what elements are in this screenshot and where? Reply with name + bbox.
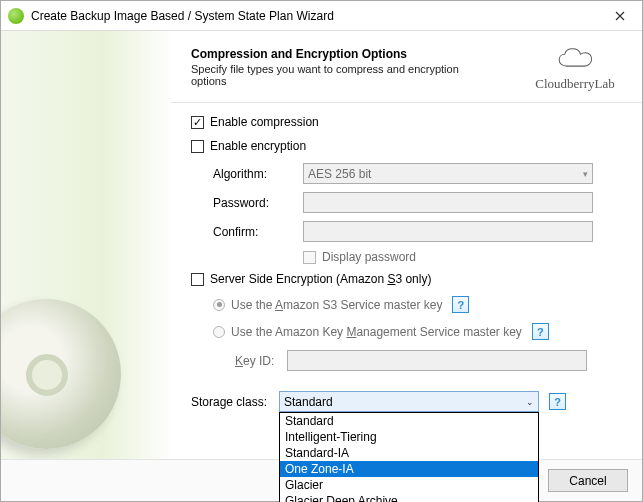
encryption-settings: Algorithm: AES 256 bit ▾ Password: Confi… <box>213 163 622 264</box>
sse-label: Server Side Encryption (Amazon S3 only) <box>210 272 431 286</box>
enable-compression-row[interactable]: Enable compression <box>191 115 622 129</box>
wizard-body: Compression and Encryption Options Speci… <box>1 31 642 459</box>
storage-class-dropdown[interactable]: StandardIntelligent-TieringStandard-IAOn… <box>279 412 539 502</box>
divider <box>171 102 642 103</box>
help-icon[interactable]: ? <box>452 296 469 313</box>
disc-graphic <box>1 299 121 449</box>
sse-radio-s3key-label: Use the Amazon S3 Service master key <box>231 298 442 312</box>
storage-class-label: Storage class: <box>191 395 279 409</box>
titlebar: Create Backup Image Based / System State… <box>1 1 642 31</box>
keyid-input <box>287 350 587 371</box>
storage-class-section: Storage class: Standard ⌄ StandardIntell… <box>191 381 622 412</box>
keyid-label: Key ID: <box>235 354 287 368</box>
algorithm-combo: AES 256 bit ▾ <box>303 163 593 184</box>
storage-option[interactable]: Glacier <box>280 477 538 493</box>
enable-encryption-label: Enable encryption <box>210 139 306 153</box>
display-password-label: Display password <box>322 250 416 264</box>
sse-row[interactable]: Server Side Encryption (Amazon S3 only) <box>191 272 622 286</box>
password-label: Password: <box>213 196 303 210</box>
enable-compression-label: Enable compression <box>210 115 319 129</box>
algorithm-label: Algorithm: <box>213 167 303 181</box>
brand-logo: CloudberryLab <box>528 47 622 92</box>
algorithm-value: AES 256 bit <box>308 167 371 181</box>
page-title: Compression and Encryption Options <box>191 47 528 61</box>
sse-options: Use the Amazon S3 Service master key ? U… <box>213 296 622 371</box>
cloud-icon <box>556 47 594 71</box>
storage-option[interactable]: Glacier Deep Archive <box>280 493 538 502</box>
display-password-checkbox <box>303 251 316 264</box>
help-icon[interactable]: ? <box>549 393 566 410</box>
main-panel: Compression and Encryption Options Speci… <box>171 31 642 459</box>
sse-radio-kms <box>213 326 225 338</box>
close-button[interactable] <box>597 1 642 31</box>
sse-checkbox[interactable] <box>191 273 204 286</box>
storage-class-value: Standard <box>284 395 333 409</box>
storage-class-combo[interactable]: Standard ⌄ <box>279 391 539 412</box>
sse-radio-kms-label: Use the Amazon Key Management Service ma… <box>231 325 522 339</box>
enable-encryption-row[interactable]: Enable encryption <box>191 139 622 153</box>
confirm-input <box>303 221 593 242</box>
chevron-down-icon: ⌄ <box>526 397 534 407</box>
close-icon <box>615 11 625 21</box>
wizard-window: Create Backup Image Based / System State… <box>0 0 643 502</box>
sse-radio-s3key <box>213 299 225 311</box>
password-input <box>303 192 593 213</box>
enable-encryption-checkbox[interactable] <box>191 140 204 153</box>
chevron-down-icon: ▾ <box>583 169 588 179</box>
storage-option[interactable]: Intelligent-Tiering <box>280 429 538 445</box>
window-title: Create Backup Image Based / System State… <box>31 9 597 23</box>
app-icon <box>8 8 24 24</box>
cancel-button[interactable]: Cancel <box>548 469 628 492</box>
storage-option[interactable]: Standard <box>280 413 538 429</box>
header: Compression and Encryption Options Speci… <box>191 47 622 92</box>
enable-compression-checkbox[interactable] <box>191 116 204 129</box>
confirm-label: Confirm: <box>213 225 303 239</box>
sidebar-graphic <box>1 31 171 459</box>
help-icon[interactable]: ? <box>532 323 549 340</box>
storage-option[interactable]: Standard-IA <box>280 445 538 461</box>
page-subtitle: Specify file types you want to compress … <box>191 63 491 87</box>
storage-option[interactable]: One Zone-IA <box>280 461 538 477</box>
brand-text: CloudberryLab <box>528 76 622 92</box>
